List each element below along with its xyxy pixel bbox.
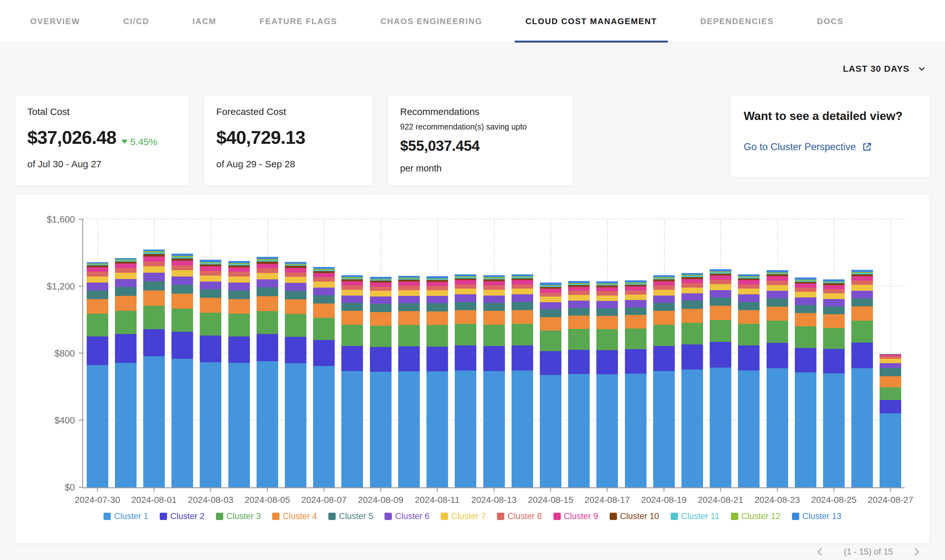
bar-segment-cluster-9 (823, 285, 845, 289)
pagination-label: (1 - 15) of 15 (844, 547, 893, 557)
bar-segment-cluster-1 (596, 374, 618, 487)
bar-2024-08-25[interactable] (823, 279, 845, 487)
legend-item-cluster-7[interactable]: Cluster 7 (441, 511, 485, 521)
bar-2024-08-22[interactable] (738, 274, 760, 487)
bar-2024-08-08[interactable] (342, 275, 363, 487)
bar-2024-08-04[interactable] (228, 261, 250, 488)
bar-2024-08-03[interactable] (200, 260, 221, 487)
legend-item-cluster-2[interactable]: Cluster 2 (160, 511, 205, 521)
bar-segment-cluster-6 (257, 279, 278, 287)
legend-swatch (103, 513, 111, 520)
bar-segment-cluster-13 (596, 281, 618, 283)
legend-item-cluster-12[interactable]: Cluster 12 (731, 511, 780, 521)
bar-2024-08-02[interactable] (171, 254, 193, 487)
bar-2024-08-20[interactable] (682, 273, 703, 487)
legend-item-cluster-11[interactable]: Cluster 11 (671, 511, 720, 521)
tab-dependencies[interactable]: DEPENDENCIES (690, 0, 785, 43)
bar-segment-cluster-7 (568, 295, 589, 300)
chevron-right-icon[interactable] (911, 546, 922, 557)
tab-iacm[interactable]: IACM (182, 0, 227, 43)
bar-segment-cluster-1 (625, 374, 646, 487)
bar-segment-cluster-7 (682, 288, 703, 293)
bar-segment-cluster-8 (710, 280, 731, 284)
bar-2024-07-31[interactable] (115, 258, 137, 488)
bar-2024-08-05[interactable] (257, 257, 278, 487)
bar-2024-08-11[interactable] (426, 276, 448, 487)
legend-label: Cluster 7 (451, 511, 485, 521)
bar-segment-cluster-1 (880, 413, 901, 487)
total-cost-change: 5.45% (130, 137, 157, 147)
legend-item-cluster-13[interactable]: Cluster 13 (792, 511, 842, 521)
forecasted-cost-value: $40,729.13 (216, 127, 305, 148)
bar-segment-cluster-13 (171, 254, 193, 256)
bar-segment-cluster-5 (455, 302, 476, 310)
bar-2024-08-21[interactable] (710, 269, 731, 487)
bar-segment-cluster-1 (653, 371, 675, 487)
bar-2024-08-26[interactable] (851, 270, 873, 487)
bar-2024-08-27[interactable] (880, 354, 901, 487)
bar-segment-cluster-8 (823, 289, 845, 293)
bar-segment-cluster-3 (795, 326, 816, 348)
bar-segment-cluster-8 (87, 272, 108, 276)
bar-2024-08-18[interactable] (625, 280, 646, 487)
legend-item-cluster-10[interactable]: Cluster 10 (609, 511, 659, 521)
legend-item-cluster-9[interactable]: Cluster 9 (554, 511, 598, 521)
bar-2024-08-23[interactable] (766, 270, 788, 487)
bar-segment-cluster-5 (795, 305, 816, 313)
x-axis-tick (890, 487, 891, 492)
x-axis-tick (437, 487, 438, 492)
bar-segment-cluster-7 (738, 289, 760, 294)
legend-item-cluster-5[interactable]: Cluster 5 (328, 511, 373, 521)
cluster-perspective-link[interactable]: Go to Cluster Perspective (744, 141, 916, 153)
legend-item-cluster-3[interactable]: Cluster 3 (216, 511, 261, 521)
bar-2024-08-10[interactable] (398, 276, 420, 487)
bar-2024-07-30[interactable] (87, 262, 108, 487)
x-axis-tick (550, 487, 551, 492)
bar-2024-08-14[interactable] (511, 274, 533, 487)
time-range-dropdown[interactable]: LAST 30 DAYS (843, 64, 927, 74)
bar-2024-08-01[interactable] (143, 249, 165, 487)
chevron-left-icon[interactable] (814, 546, 825, 557)
bar-segment-cluster-8 (625, 291, 646, 295)
tab-chaos-engineering[interactable]: CHAOS ENGINEERING (369, 0, 493, 43)
legend-swatch (216, 513, 223, 520)
y-axis-tick (79, 219, 83, 220)
bar-segment-cluster-9 (710, 275, 731, 280)
bar-segment-cluster-6 (143, 273, 165, 281)
tab-cloud-cost-management[interactable]: CLOUD COST MANAGEMENT (515, 0, 668, 43)
bar-segment-cluster-5 (143, 281, 165, 291)
bar-segment-cluster-8 (738, 285, 760, 289)
bar-2024-08-13[interactable] (483, 275, 505, 487)
bar-segment-cluster-7 (313, 282, 335, 288)
bar-segment-cluster-6 (625, 300, 646, 307)
tab-docs[interactable]: DOCS (806, 0, 854, 43)
bar-segment-cluster-13 (257, 257, 278, 259)
legend-item-cluster-4[interactable]: Cluster 4 (272, 511, 317, 521)
x-axis-label: 2024-08-19 (641, 495, 686, 505)
legend-label: Cluster 12 (742, 511, 780, 521)
bar-segment-cluster-4 (823, 314, 845, 328)
bar-segment-cluster-2 (342, 346, 363, 371)
bar-segment-cluster-2 (426, 347, 448, 371)
bar-2024-08-06[interactable] (285, 262, 306, 487)
legend-swatch (609, 513, 617, 520)
bar-2024-08-16[interactable] (568, 281, 589, 487)
bar-2024-08-24[interactable] (795, 277, 816, 487)
bar-2024-08-17[interactable] (596, 281, 618, 487)
bar-segment-cluster-1 (87, 365, 108, 487)
bar-segment-cluster-7 (540, 297, 562, 302)
bar-2024-08-12[interactable] (455, 274, 476, 487)
bar-2024-08-09[interactable] (370, 277, 391, 487)
bar-segment-cluster-6 (87, 283, 108, 291)
bar-segment-cluster-5 (880, 368, 901, 376)
tab-overview[interactable]: OVERVIEW (19, 0, 91, 43)
tab-feature-flags[interactable]: FEATURE FLAGS (249, 0, 348, 43)
legend-item-cluster-8[interactable]: Cluster 8 (497, 511, 542, 521)
bar-2024-08-15[interactable] (540, 283, 562, 487)
legend-item-cluster-1[interactable]: Cluster 1 (103, 511, 148, 521)
legend-item-cluster-6[interactable]: Cluster 6 (385, 511, 429, 521)
bar-2024-08-19[interactable] (653, 275, 675, 487)
tab-ci-cd[interactable]: CI/CD (112, 0, 160, 43)
bar-segment-cluster-6 (285, 283, 306, 291)
bar-2024-08-07[interactable] (313, 267, 335, 487)
